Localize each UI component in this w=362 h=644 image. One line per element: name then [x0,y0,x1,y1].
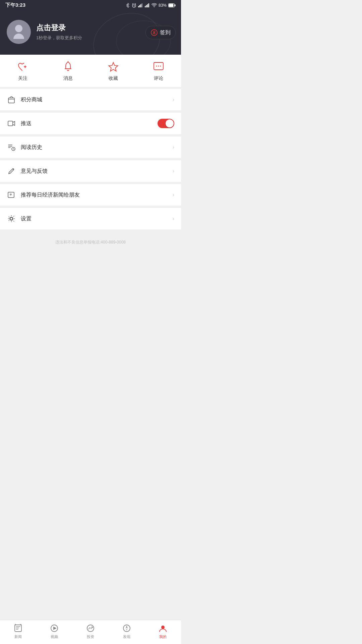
action-message-label: 消息 [63,75,73,82]
svg-rect-4 [141,3,142,7]
menu-text-recommend: 推荐每日经济新闻给朋友 [21,192,173,199]
action-favorite-label: 收藏 [109,75,118,82]
svg-rect-11 [169,4,174,7]
svg-rect-5 [145,6,146,7]
wifi-icon [152,3,157,7]
menu-item-push[interactable]: 推送 [0,113,181,135]
quick-actions: 关注 消息 收藏 [0,55,181,89]
checkin-icon [150,29,158,36]
arrow-icon-recommend: › [173,192,174,198]
menu-text-settings: 设置 [21,215,173,222]
action-message[interactable]: 消息 [55,61,81,82]
history-icon [7,143,16,152]
arrow-icon-feedback: › [173,168,174,174]
heart-share-icon [7,190,16,200]
svg-point-16 [156,66,157,67]
star-icon [107,61,119,73]
action-follow[interactable]: 关注 [9,61,36,82]
footer-notice: 违法和不良信息举报电话:400-889-0008 [0,229,181,251]
svg-rect-2 [139,5,140,7]
svg-rect-6 [146,5,147,7]
svg-rect-10 [175,4,176,6]
heart-plus-icon [17,61,29,73]
bell-icon [62,61,74,73]
signal2-icon [145,3,150,7]
menu-text-read-history: 阅读历史 [21,144,173,151]
battery-percent: 83% [159,3,167,8]
svg-rect-1 [138,6,139,7]
arrow-icon-settings: › [173,216,174,222]
status-bar: 下午3:23 [0,0,181,10]
menu-item-settings[interactable]: 设置 › [0,208,181,229]
action-follow-label: 关注 [18,75,27,82]
checkin-button[interactable]: 签到 [145,26,176,39]
svg-rect-8 [148,3,149,7]
footer-notice-text: 违法和不良信息举报电话:400-889-0008 [55,240,126,245]
svg-point-13 [154,32,155,33]
menu-text-feedback: 意见与反馈 [21,168,173,175]
signal1-icon [138,3,143,7]
arrow-icon-points-store: › [173,97,174,103]
svg-point-26 [10,218,13,220]
push-toggle[interactable] [158,119,174,128]
svg-rect-7 [147,4,148,7]
action-comment[interactable]: 评论 [145,61,172,82]
svg-point-18 [160,66,161,67]
svg-rect-3 [140,4,141,7]
status-time: 下午3:23 [5,2,25,8]
menu-item-read-history[interactable]: 阅读历史 › [0,137,181,158]
bag-icon [7,95,16,104]
action-favorite[interactable]: 收藏 [100,61,127,82]
svg-rect-19 [8,98,14,103]
bluetooth-icon [126,3,130,8]
alarm-icon [132,3,136,8]
menu-text-push: 推送 [21,120,158,127]
arrow-icon-read-history: › [173,144,174,150]
checkin-label: 签到 [160,29,171,36]
action-comment-label: 评论 [154,75,163,82]
profile-header[interactable]: 点击登录 1秒登录，获取更多积分 签到 [0,10,181,55]
toggle-knob [166,119,174,127]
comment-icon [153,61,165,73]
push-icon [7,119,16,128]
avatar[interactable] [7,20,31,44]
svg-point-17 [158,66,159,67]
svg-rect-20 [8,121,13,126]
status-icons: 83% [126,3,176,8]
edit-icon [7,166,16,176]
gear-icon [7,214,16,223]
menu-item-feedback[interactable]: 意见与反馈 › [0,160,181,182]
menu-item-points-store[interactable]: 积分商城 › [0,89,181,111]
battery-icon [168,3,176,7]
menu-text-points-store: 积分商城 [21,96,173,103]
menu-item-recommend[interactable]: 推荐每日经济新闻给朋友 › [0,184,181,206]
menu-section: 积分商城 › 推送 [0,89,181,229]
